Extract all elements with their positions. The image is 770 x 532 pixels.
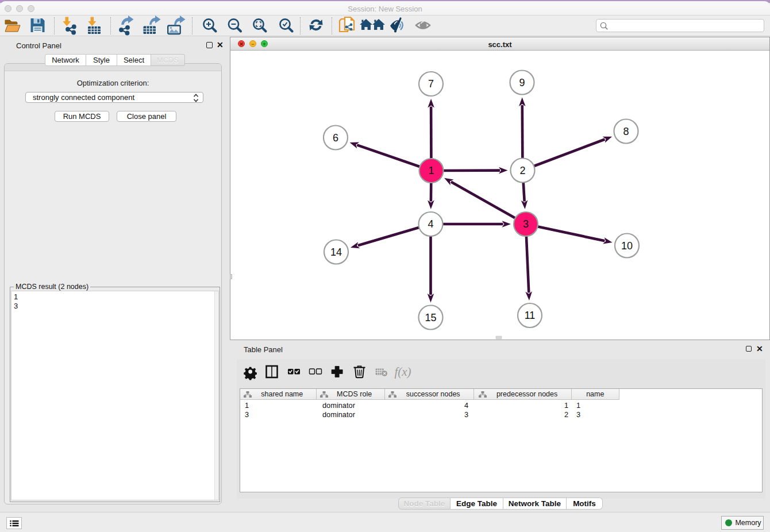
svg-text:7: 7 (428, 78, 434, 90)
svg-text:8: 8 (623, 126, 629, 137)
svg-text:f(x): f(x) (394, 365, 411, 379)
svg-text:3: 3 (523, 218, 529, 230)
svg-text:6: 6 (333, 132, 338, 144)
svg-text:10: 10 (621, 240, 633, 252)
svg-text:2: 2 (519, 165, 525, 176)
svg-text:11: 11 (525, 310, 536, 321)
svg-text:15: 15 (425, 312, 436, 323)
svg-text:14: 14 (330, 246, 342, 258)
svg-text:1: 1 (428, 165, 434, 176)
svg-text:4: 4 (428, 218, 433, 230)
svg-text:9: 9 (519, 77, 525, 88)
